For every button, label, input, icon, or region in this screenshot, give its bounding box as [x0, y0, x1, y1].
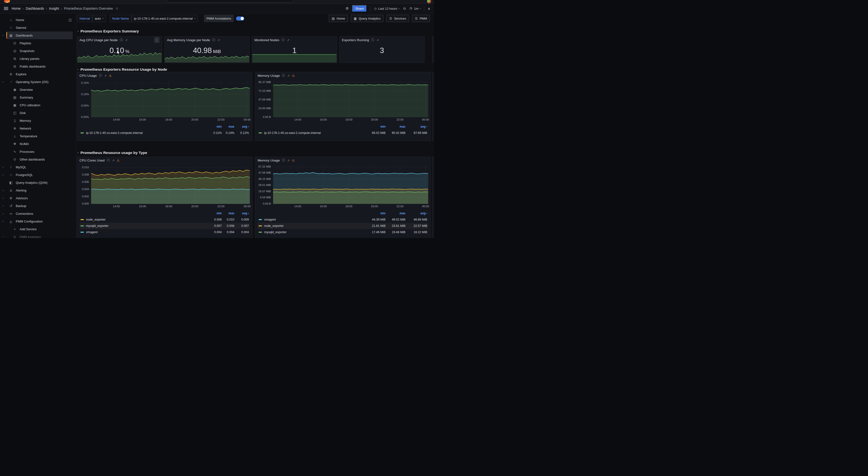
legend-series-name[interactable]: ip-10-178-1-40.us-east-2.compute.interna…: [258, 131, 366, 135]
breadcrumb-item[interactable]: Home: [12, 6, 21, 10]
legend-series-name[interactable]: mysqld_exporter: [81, 224, 209, 228]
favorite-star-icon[interactable]: ☆: [115, 6, 119, 11]
sidebar-item-disk[interactable]: ◰Disk: [0, 109, 76, 117]
panel-title[interactable]: Avg CPU Usage per Node: [80, 38, 118, 42]
legend-sort-max[interactable]: max: [385, 125, 405, 128]
sidebar-item-backup[interactable]: ›↺Backup: [0, 202, 76, 210]
breadcrumb-item[interactable]: Dashboards: [26, 6, 44, 10]
chevron-right-icon[interactable]: ›: [0, 204, 6, 207]
legend-series-name[interactable]: vmagent: [81, 231, 209, 234]
info-icon[interactable]: ⓘ: [282, 74, 285, 78]
refresh-picker[interactable]: ⟳ 1m ›: [409, 6, 421, 11]
zoom-out-icon[interactable]: ⊖: [403, 6, 406, 11]
sidebar-item-summary[interactable]: ▤Summary: [0, 94, 76, 101]
nav-button-query-analytics[interactable]: ▦Query Analytics: [351, 15, 383, 22]
collapse-controls-icon[interactable]: ∧: [428, 7, 430, 10]
warning-icon[interactable]: ⚠: [292, 74, 295, 77]
pmm-annotations-toggle[interactable]: [236, 16, 244, 21]
sidebar-item-add-service[interactable]: +Add Service: [0, 225, 76, 233]
legend-series-name[interactable]: mysqld_exporter: [258, 231, 366, 234]
panel-title[interactable]: CPU Cores Used: [80, 159, 105, 162]
sidebar-item-network[interactable]: ⊕Network: [0, 125, 76, 132]
section-header[interactable]: ›Prometheus Resource usage by Type: [78, 150, 147, 155]
external-link-icon[interactable]: ↗: [287, 74, 289, 77]
chevron-down-icon[interactable]: ›: [2, 32, 5, 38]
sidebar-item-explore[interactable]: ⊚Explore: [0, 70, 76, 78]
chevron-right-icon[interactable]: ›: [0, 212, 6, 215]
interval-variable-select[interactable]: auto ›: [92, 15, 106, 22]
external-link-icon[interactable]: ↗: [217, 38, 220, 42]
sidebar-item-connections[interactable]: ›∞Connections: [0, 210, 76, 217]
external-link-icon[interactable]: ↗: [125, 38, 127, 42]
sidebar-item-query-analytics-qan[interactable]: ◧Query Analytics (QAN): [0, 179, 76, 186]
legend-sort-avg[interactable]: avg ›: [405, 125, 427, 128]
time-range-picker[interactable]: ◷ Last 12 hours ›: [374, 7, 400, 10]
legend-sort-avg[interactable]: avg ›: [405, 212, 427, 215]
legend-sort-max[interactable]: max: [222, 125, 234, 128]
info-icon[interactable]: ⓘ: [107, 158, 110, 163]
legend-series-name[interactable]: node_exporter: [258, 224, 366, 228]
chevron-right-icon[interactable]: ›: [0, 197, 6, 200]
chevron-right-icon[interactable]: ›: [0, 173, 6, 176]
chevron-right-icon[interactable]: ›: [0, 189, 6, 192]
sidebar-item-dashboards[interactable]: ›▦Dashboards: [0, 31, 76, 39]
external-link-icon[interactable]: ↗: [287, 38, 289, 42]
plot-area[interactable]: [91, 166, 250, 204]
breadcrumb-item[interactable]: Insight: [49, 6, 59, 10]
sidebar-item-memory[interactable]: ▯Memory: [0, 117, 76, 125]
avatar[interactable]: [427, 0, 431, 3]
panel-title[interactable]: Memory Usage: [257, 159, 280, 162]
chevron-down-icon[interactable]: ›: [2, 218, 5, 225]
panel-title[interactable]: Memory Usage: [257, 74, 280, 77]
sidebar-item-temperature[interactable]: ⊥Temperature: [0, 132, 76, 140]
legend-sort-avg[interactable]: avg ›: [234, 212, 249, 215]
sidebar-item-postgresql[interactable]: ›∩PostgreSQL: [0, 171, 76, 179]
chevron-right-icon[interactable]: ›: [0, 166, 6, 169]
external-link-icon[interactable]: ↗: [287, 159, 289, 162]
browser-url-bar[interactable]: [167, 0, 294, 2]
sidebar-item-operating-system-os[interactable]: ›◔Operating System (OS): [0, 78, 76, 86]
sidebar-item-home[interactable]: ⌂Home◫: [0, 16, 76, 24]
legend-sort-max[interactable]: max: [385, 212, 405, 215]
info-icon[interactable]: ⓘ: [282, 158, 285, 163]
sidebar-item-snapshots[interactable]: ◎Snapshots: [0, 47, 76, 55]
dock-sidebar-icon[interactable]: ◫: [69, 18, 72, 22]
legend-series-name[interactable]: vmagent: [258, 218, 366, 221]
panel-menu-icon[interactable]: ⋮: [154, 37, 159, 43]
sidebar-item-other-dashboards[interactable]: ⊙Other dashboards: [0, 156, 76, 163]
sidebar-item-pmm-configuration[interactable]: ›◬PMM Configuration: [0, 217, 76, 225]
plot-area[interactable]: [273, 81, 428, 117]
nav-button-pmm[interactable]: ☰PMM: [412, 15, 430, 22]
legend-sort-min[interactable]: min: [366, 125, 385, 128]
sidebar-item-advisors[interactable]: ›⊛Advisors: [0, 194, 76, 202]
external-link-icon[interactable]: ↗: [112, 159, 114, 162]
info-icon[interactable]: ⓘ: [99, 74, 102, 78]
info-icon[interactable]: ⓘ: [120, 38, 123, 42]
sidebar-item-mysql[interactable]: ›≀MySQL: [0, 163, 76, 171]
share-button[interactable]: Share: [352, 5, 367, 12]
panel-title[interactable]: CPU Usage: [80, 74, 97, 77]
section-header[interactable]: ›Prometheus Exporters Resource Usage by …: [78, 67, 167, 72]
warning-icon[interactable]: ⚠: [109, 74, 112, 77]
nav-button-home[interactable]: ▤Home: [329, 15, 348, 22]
legend-series-name[interactable]: ip-10-178-1-40.us-east-2.compute.interna…: [81, 131, 209, 135]
external-link-icon[interactable]: ↗: [104, 74, 106, 77]
sidebar-item-numa[interactable]: ❖NUMA: [0, 140, 76, 148]
sidebar-item-processes[interactable]: ∿Processes: [0, 148, 76, 156]
panel-title[interactable]: Avg Memory Usage per Node: [167, 38, 210, 42]
dashboard-settings-icon[interactable]: ⚙: [346, 6, 349, 11]
legend-series-name[interactable]: node_exporter: [81, 218, 209, 221]
sidebar-item-pmm-inventory[interactable]: ›≣PMM Inventory: [0, 233, 76, 238]
legend-sort-max[interactable]: max: [222, 212, 234, 215]
legend-sort-min[interactable]: min: [209, 125, 222, 128]
legend-sort-min[interactable]: min: [209, 212, 222, 215]
info-icon[interactable]: ⓘ: [371, 38, 374, 42]
sidebar-item-starred[interactable]: ☆Starred: [0, 24, 76, 31]
menu-toggle-icon[interactable]: [4, 7, 8, 10]
nav-button-services[interactable]: ☰Services: [386, 15, 409, 22]
info-icon[interactable]: ⓘ: [282, 38, 285, 42]
legend-sort-avg[interactable]: avg ›: [234, 125, 249, 128]
plot-area[interactable]: [273, 166, 428, 204]
sidebar-item-overview[interactable]: ◉Overview: [0, 86, 76, 94]
external-link-icon[interactable]: ↗: [376, 38, 379, 42]
